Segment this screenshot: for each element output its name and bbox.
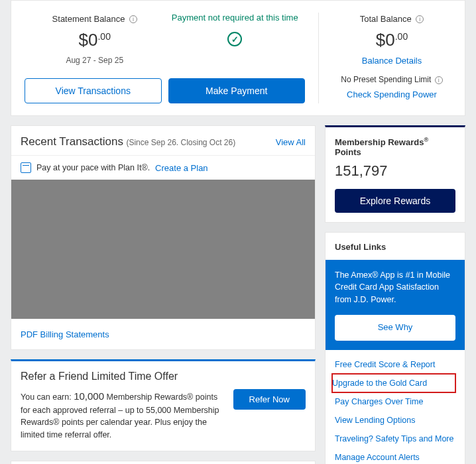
no-preset-limit-text: No Preset Spending Limit i — [332, 75, 451, 84]
make-payment-button[interactable]: Make Payment — [168, 78, 306, 103]
plan-it-text: Pay at your pace with Plan It®. — [36, 163, 150, 172]
link-upgrade-gold[interactable]: Upgrade to the Gold Card — [332, 374, 455, 392]
refer-heading: Refer a Friend Limited Time Offer — [21, 371, 306, 382]
create-plan-link[interactable]: Create a Plan — [155, 163, 208, 173]
statement-period: Aug 27 - Sep 25 — [25, 56, 165, 65]
link-lending-options[interactable]: View Lending Options — [335, 411, 455, 430]
balance-details-link[interactable]: Balance Details — [332, 56, 451, 66]
useful-links-list: Free Credit Score & Report Upgrade to th… — [326, 350, 465, 464]
link-travel-safety[interactable]: Traveling? Safety Tips and More — [335, 430, 455, 448]
app-promo-block: The Amex® App is #1 in Mobile Credit Car… — [326, 260, 465, 349]
refer-friend-panel: Refer a Friend Limited Time Offer You ca… — [11, 359, 316, 451]
rewards-card: Membership Rewards® Points 151,797 Explo… — [325, 125, 465, 223]
recent-transactions-title: Recent Transactions — [21, 135, 123, 148]
rewards-points: 151,797 — [335, 162, 455, 180]
useful-links-card: Useful Links The Amex® App is #1 in Mobi… — [325, 232, 465, 464]
total-balance-amount: $0.00 — [332, 30, 451, 50]
statement-balance-block: Statement Balance i $0.00 Aug 27 - Sep 2… — [25, 13, 165, 65]
info-icon[interactable]: i — [129, 15, 137, 23]
link-pay-over-time[interactable]: Pay Charges Over Time — [335, 392, 455, 411]
link-credit-score[interactable]: Free Credit Score & Report — [335, 355, 455, 374]
offers-heading: Amex Offers & Benefits — [11, 461, 315, 464]
link-account-alerts[interactable]: Manage Account Alerts — [335, 448, 455, 464]
check-spending-power-link[interactable]: Check Spending Power — [332, 89, 451, 99]
pdf-billing-link[interactable]: PDF Billing Statements — [21, 329, 109, 339]
summary-left: Statement Balance i $0.00 Aug 27 - Sep 2… — [11, 13, 319, 103]
app-promo-text: The Amex® App is #1 in Mobile Credit Car… — [335, 269, 455, 305]
summary-right: Total Balance i $0.00 Balance Details No… — [319, 13, 465, 103]
offers-panel: Amex Offers & Benefits Available (100) A… — [11, 461, 316, 464]
calendar-icon — [21, 162, 31, 173]
statement-balance-amount: $0.00 — [25, 30, 165, 50]
payment-status-text: Payment not required at this time — [165, 13, 306, 23]
transactions-redacted-area — [11, 180, 315, 319]
explore-rewards-button[interactable]: Explore Rewards — [335, 189, 455, 213]
recent-transactions-panel: Recent Transactions (Since Sep 26. Closi… — [11, 125, 316, 350]
info-icon[interactable]: i — [435, 76, 443, 84]
view-transactions-button[interactable]: View Transactions — [25, 78, 162, 103]
refer-now-button[interactable]: Refer Now — [233, 389, 306, 410]
statement-balance-label: Statement Balance — [52, 14, 125, 24]
rewards-title: Membership Rewards® Points — [335, 137, 455, 157]
useful-links-heading: Useful Links — [326, 233, 465, 260]
see-why-button[interactable]: See Why — [335, 315, 455, 341]
view-all-link[interactable]: View All — [276, 137, 306, 147]
recent-transactions-subtitle: (Since Sep 26. Closing Oct 26) — [126, 138, 235, 147]
plan-it-row: Pay at your pace with Plan It®. Create a… — [11, 155, 315, 180]
refer-body: You can earn: 10,000 Membership Rewards®… — [21, 389, 224, 441]
info-icon[interactable]: i — [416, 15, 424, 23]
payment-status-block: Payment not required at this time ✓ — [165, 13, 306, 65]
account-summary-panel: Statement Balance i $0.00 Aug 27 - Sep 2… — [11, 0, 465, 116]
checkmark-icon: ✓ — [227, 32, 242, 46]
total-balance-label: Total Balance — [360, 14, 412, 24]
